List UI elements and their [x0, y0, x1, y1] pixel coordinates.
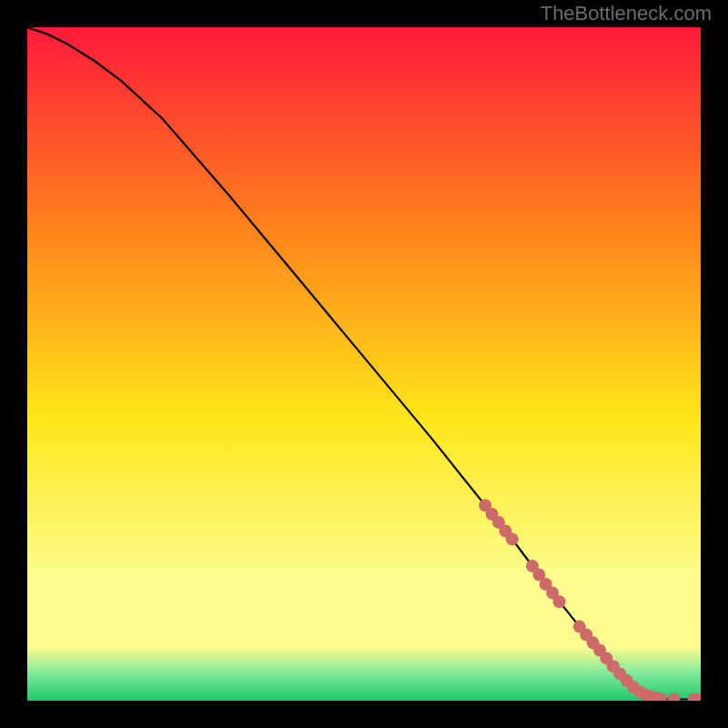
chart-svg — [27, 27, 701, 701]
data-dot — [553, 595, 566, 608]
plot-area — [27, 27, 701, 701]
gradient-background — [27, 27, 701, 701]
watermark-text: TheBottleneck.com — [541, 2, 712, 25]
chart-outer: TheBottleneck.com — [0, 0, 728, 728]
data-dot — [506, 532, 519, 545]
